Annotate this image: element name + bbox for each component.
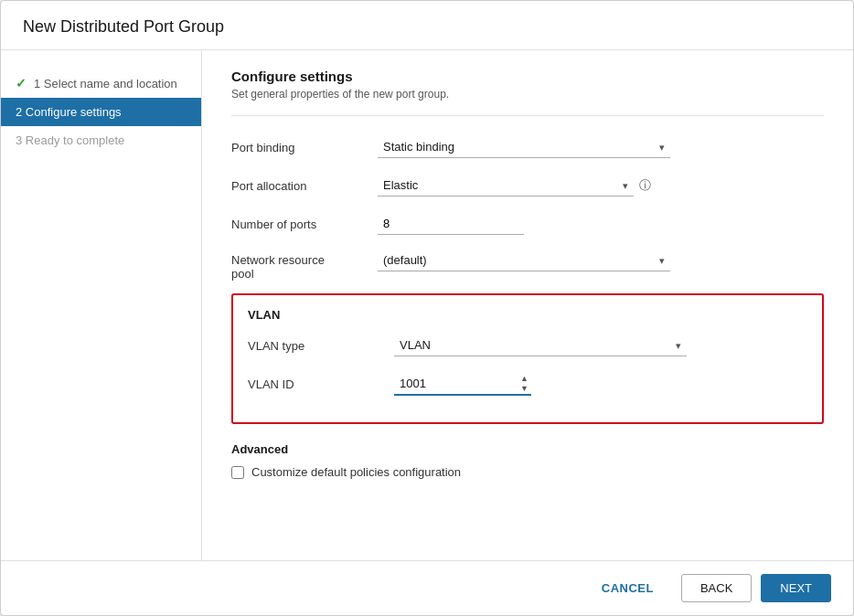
vlan-id-input[interactable] bbox=[394, 373, 531, 396]
vlan-id-increment-button[interactable]: ▲ bbox=[518, 374, 531, 384]
vlan-id-row: VLAN ID ▲ ▼ bbox=[248, 371, 807, 397]
step1-label: 1 Select name and location bbox=[34, 77, 177, 90]
dialog-title: New Distributed Port Group bbox=[1, 1, 853, 50]
port-allocation-control: Elastic Fixed ▾ ⓘ bbox=[378, 175, 670, 196]
num-ports-row: Number of ports bbox=[231, 211, 824, 237]
vlan-type-row: VLAN type VLAN None VLAN Trunking Privat… bbox=[248, 333, 807, 358]
section-divider bbox=[231, 115, 824, 116]
sidebar: ✓ 1 Select name and location 2 Configure… bbox=[1, 50, 202, 560]
port-binding-label: Port binding bbox=[231, 141, 378, 154]
sidebar-step-1[interactable]: ✓ 1 Select name and location bbox=[1, 69, 201, 98]
step3-label: 3 Ready to complete bbox=[16, 133, 124, 147]
vlan-id-decrement-button[interactable]: ▼ bbox=[518, 384, 531, 394]
vlan-id-label: VLAN ID bbox=[248, 377, 394, 391]
network-resource-label: Network resource pool bbox=[231, 250, 378, 281]
vlan-section: VLAN VLAN type VLAN None VLAN Trunking P… bbox=[231, 293, 824, 424]
vlan-type-select[interactable]: VLAN None VLAN Trunking Private VLAN bbox=[394, 335, 687, 356]
dialog-body: ✓ 1 Select name and location 2 Configure… bbox=[1, 50, 853, 560]
customize-checkbox[interactable] bbox=[231, 466, 244, 479]
sidebar-step-3[interactable]: 3 Ready to complete bbox=[1, 126, 201, 154]
section-title: Configure settings bbox=[231, 69, 824, 84]
advanced-section: Advanced Customize default policies conf… bbox=[231, 442, 824, 479]
port-allocation-select-wrapper: Elastic Fixed ▾ bbox=[378, 175, 634, 196]
cancel-button[interactable]: CANCEL bbox=[583, 575, 672, 601]
vlan-type-select-wrapper: VLAN None VLAN Trunking Private VLAN ▾ bbox=[394, 335, 687, 356]
network-resource-row: Network resource pool (default) ▾ bbox=[231, 250, 824, 281]
next-button[interactable]: NEXT bbox=[761, 574, 831, 602]
port-binding-row: Port binding Static binding Dynamic bind… bbox=[231, 134, 824, 160]
network-resource-select-wrapper: (default) ▾ bbox=[378, 250, 670, 271]
port-allocation-row: Port allocation Elastic Fixed ▾ ⓘ bbox=[231, 173, 824, 198]
advanced-section-title: Advanced bbox=[231, 442, 824, 456]
section-subtitle: Set general properties of the new port g… bbox=[231, 88, 824, 101]
port-allocation-label: Port allocation bbox=[231, 179, 378, 193]
back-button[interactable]: BACK bbox=[681, 574, 752, 602]
vlan-section-title: VLAN bbox=[248, 308, 807, 322]
network-resource-select[interactable]: (default) bbox=[378, 250, 670, 271]
port-allocation-inline: Elastic Fixed ▾ ⓘ bbox=[378, 175, 670, 196]
num-ports-input[interactable] bbox=[378, 213, 524, 235]
dialog-window: New Distributed Port Group ✓ 1 Select na… bbox=[0, 0, 854, 616]
vlan-id-wrapper: ▲ ▼ bbox=[394, 373, 531, 396]
network-resource-control: (default) ▾ bbox=[378, 250, 670, 271]
customize-row: Customize default policies configuration bbox=[231, 465, 824, 479]
check-icon-step1: ✓ bbox=[16, 76, 27, 90]
port-binding-control: Static binding Dynamic binding No bindin… bbox=[378, 136, 670, 158]
vlan-id-spinner: ▲ ▼ bbox=[518, 373, 531, 396]
num-ports-control bbox=[378, 213, 670, 235]
sidebar-step-2[interactable]: 2 Configure settings bbox=[1, 98, 201, 126]
port-binding-select[interactable]: Static binding Dynamic binding No bindin… bbox=[378, 136, 670, 158]
num-ports-label: Number of ports bbox=[231, 218, 378, 231]
vlan-type-label: VLAN type bbox=[248, 339, 394, 353]
info-icon[interactable]: ⓘ bbox=[639, 177, 651, 194]
step2-label: 2 Configure settings bbox=[16, 105, 122, 119]
dialog-footer: CANCEL BACK NEXT bbox=[1, 560, 853, 615]
vlan-type-control: VLAN None VLAN Trunking Private VLAN ▾ bbox=[394, 335, 687, 356]
port-binding-select-wrapper: Static binding Dynamic binding No bindin… bbox=[378, 136, 670, 158]
vlan-id-control: ▲ ▼ bbox=[394, 373, 687, 396]
port-allocation-select[interactable]: Elastic Fixed bbox=[378, 175, 634, 196]
main-content: Configure settings Set general propertie… bbox=[202, 50, 853, 560]
customize-label[interactable]: Customize default policies configuration bbox=[251, 465, 461, 479]
